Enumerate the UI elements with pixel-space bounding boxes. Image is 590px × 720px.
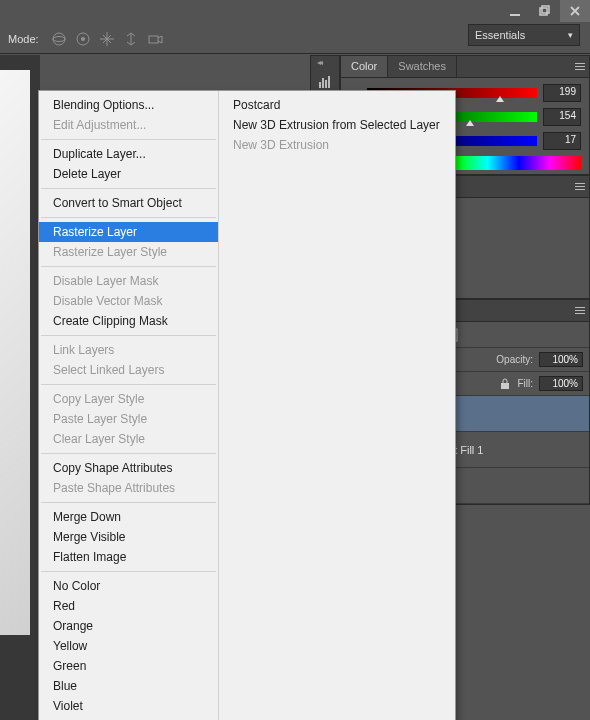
svg-rect-0 (510, 14, 520, 16)
menu-item[interactable]: Postcard (219, 95, 455, 115)
orbit-icon[interactable] (50, 30, 68, 48)
menu-item[interactable]: Rasterize Layer (39, 222, 218, 242)
minimize-button[interactable] (500, 0, 530, 22)
options-bar: Mode: Essentials (0, 24, 590, 54)
menu-item: Link Layers (39, 340, 218, 360)
menu-item[interactable]: Yellow (39, 636, 218, 656)
swatches-tab[interactable]: Swatches (388, 56, 457, 77)
menu-item[interactable]: Red (39, 596, 218, 616)
menu-separator (41, 502, 216, 503)
menu-item[interactable]: Gray (39, 716, 218, 720)
panel-menu-icon[interactable] (573, 59, 587, 73)
color-tab[interactable]: Color (341, 56, 388, 77)
slide-icon[interactable] (122, 30, 140, 48)
roll-icon[interactable] (74, 30, 92, 48)
menu-separator (41, 453, 216, 454)
workspace-label: Essentials (475, 29, 525, 41)
menu-item[interactable]: Duplicate Layer... (39, 144, 218, 164)
menu-item: Clear Layer Style (39, 429, 218, 449)
menu-item: Select Linked Layers (39, 360, 218, 380)
menu-item: New 3D Extrusion (219, 135, 455, 155)
collapsed-panel-strip[interactable] (310, 55, 340, 95)
green-value[interactable]: 154 (543, 108, 581, 126)
menu-item[interactable]: Create Clipping Mask (39, 311, 218, 331)
opacity-value[interactable]: 100% (539, 352, 583, 367)
menu-separator (41, 571, 216, 572)
menu-item[interactable]: New 3D Extrusion from Selected Layer (219, 115, 455, 135)
blue-value[interactable]: 17 (543, 132, 581, 150)
menu-item[interactable]: Merge Visible (39, 527, 218, 547)
menu-item[interactable]: Flatten Image (39, 547, 218, 567)
svg-rect-8 (319, 82, 321, 88)
svg-rect-11 (328, 76, 330, 88)
menu-item[interactable]: Violet (39, 696, 218, 716)
menu-item[interactable]: Convert to Smart Object (39, 193, 218, 213)
opacity-label: Opacity: (496, 354, 533, 365)
workspace-selector[interactable]: Essentials (468, 24, 580, 46)
svg-point-6 (81, 37, 85, 41)
histogram-icon (317, 74, 333, 90)
svg-rect-7 (149, 36, 158, 43)
menu-item: Disable Vector Mask (39, 291, 218, 311)
pan-icon[interactable] (98, 30, 116, 48)
menu-item: Disable Layer Mask (39, 271, 218, 291)
restore-button[interactable] (530, 0, 560, 22)
mode-label: Mode: (8, 33, 39, 45)
close-button[interactable] (560, 0, 590, 22)
menu-item[interactable]: Blending Options... (39, 95, 218, 115)
fill-label: Fill: (517, 378, 533, 389)
svg-rect-18 (501, 383, 509, 389)
camera-icon[interactable] (146, 30, 164, 48)
menu-item[interactable]: Merge Down (39, 507, 218, 527)
svg-rect-2 (542, 6, 549, 13)
menu-item[interactable]: Orange (39, 616, 218, 636)
menu-separator (41, 384, 216, 385)
menu-separator (41, 139, 216, 140)
menu-separator (41, 335, 216, 336)
svg-rect-10 (325, 80, 327, 88)
red-value[interactable]: 199 (543, 84, 581, 102)
menu-item: Copy Layer Style (39, 389, 218, 409)
menu-item: Paste Shape Attributes (39, 478, 218, 498)
menu-item[interactable]: Delete Layer (39, 164, 218, 184)
fill-value[interactable]: 100% (539, 376, 583, 391)
menu-item: Edit Adjustment... (39, 115, 218, 135)
panel-menu-icon[interactable] (573, 303, 587, 317)
menu-item[interactable]: No Color (39, 576, 218, 596)
document-canvas[interactable] (0, 70, 30, 635)
menu-separator (41, 266, 216, 267)
lock-icon[interactable] (499, 378, 511, 390)
menu-item[interactable]: Blue (39, 676, 218, 696)
menu-item: Rasterize Layer Style (39, 242, 218, 262)
menu-separator (41, 188, 216, 189)
svg-rect-1 (540, 8, 547, 15)
panel-menu-icon[interactable] (573, 179, 587, 193)
layer-context-menu: Blending Options...Edit Adjustment...Dup… (38, 90, 456, 720)
menu-item: Paste Layer Style (39, 409, 218, 429)
menu-separator (41, 217, 216, 218)
menu-item[interactable]: Copy Shape Attributes (39, 458, 218, 478)
svg-point-3 (53, 33, 65, 45)
svg-point-4 (53, 36, 65, 41)
menu-item[interactable]: Green (39, 656, 218, 676)
svg-rect-9 (322, 78, 324, 88)
